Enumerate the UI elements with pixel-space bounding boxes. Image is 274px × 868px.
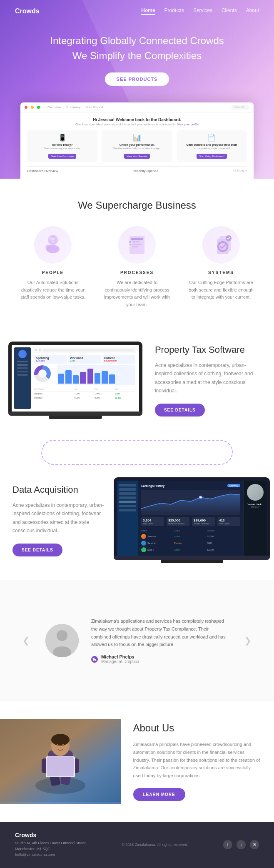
social-twitter-button[interactable]: t — [237, 840, 246, 849]
testimonial-next-button[interactable]: ❯ — [241, 636, 255, 646]
dark-sidebar-item-2 — [119, 488, 136, 491]
dashboard-nav-items: Overview Summary Your Report — [47, 105, 103, 109]
product1-title: Property Tax Software — [155, 344, 262, 355]
footer: Crowds Studio M, 4th Floor8 Lower Ormond… — [0, 822, 274, 868]
laptop-base-1 — [8, 412, 142, 416]
card-title-3: Gain controls and propose new stuff — [180, 143, 244, 146]
product2-section: Data Acquisition Acne specializes in con… — [0, 469, 274, 580]
feature-systems-desc: Our Cutting Edge Platforms are both secu… — [187, 279, 255, 301]
testimonial-section: ❮ Zimalakama's applications and services… — [0, 580, 274, 701]
supercharge-title: We Supercharge Business — [15, 200, 259, 211]
footer-copyright: © 2015 Zimalakama. All rights reserved. — [122, 843, 188, 847]
card-btn-1[interactable]: Start New Campaign — [48, 154, 76, 159]
card-btn-3[interactable]: Start Using Dashboard — [197, 154, 227, 159]
svg-point-23 — [35, 777, 85, 794]
feature-systems-label: SYSTEMS — [187, 270, 255, 275]
card-icon-1: 📱 — [30, 134, 94, 142]
screen-body-1: Spending $24,560 Workload 72% Current — [32, 353, 137, 402]
facebook-icon: f — [227, 843, 229, 847]
svg-point-34 — [62, 744, 65, 746]
window-dot-red — [25, 106, 27, 109]
about-image — [0, 719, 121, 804]
dark-sidebar-item-6 — [119, 509, 136, 511]
about-text: About Us Zimalakama principals have pion… — [133, 714, 274, 809]
footer-info: Crowds Studio M, 4th Floor8 Lower Ormond… — [15, 832, 87, 858]
th-name: Name — [141, 529, 174, 532]
social-email-button[interactable]: ✉ — [250, 840, 259, 849]
dark-laptop: Earnings History Monthly — [110, 477, 274, 563]
dashboard-search: Search... — [231, 105, 249, 110]
svg-rect-30 — [47, 757, 74, 776]
dash-nav-overview: Overview — [47, 105, 61, 109]
hero-cta-button[interactable]: SEE PRODUCTS — [105, 72, 169, 86]
screen-chart-row — [34, 365, 135, 385]
testimonial-avatar — [45, 624, 79, 657]
dashboard-welcome: Hi Jessica! Welcome back to the Dashboar… — [27, 117, 247, 126]
dark-sidebar-item-3 — [119, 492, 136, 495]
product1-text: Property Tax Software Acne specializes i… — [151, 344, 274, 417]
laptop-stand-1 — [49, 416, 102, 419]
testimonial-author: Michael Phelps Manager at Dropbox — [91, 654, 229, 664]
dashboard-card-1: 📱 All files ready? Start processing your… — [27, 130, 97, 162]
card-title-1: All files ready? — [30, 143, 94, 146]
dashboard-bottom-left: Dashboard Overview — [27, 169, 58, 173]
window-dot-green — [37, 106, 40, 109]
nav-link-products[interactable]: Products — [164, 7, 184, 15]
feature-processes-icon-wrap — [118, 226, 156, 264]
bar-6 — [95, 373, 100, 384]
dark-screen-wrap: Earnings History Monthly — [114, 477, 270, 556]
email-icon: ✉ — [253, 843, 256, 847]
social-facebook-button[interactable]: f — [223, 840, 232, 849]
testimonial-author-info: Michael Phelps Manager at Dropbox — [101, 654, 139, 664]
hero-dashboard-preview: Overview Summary Your Report Search... H… — [20, 102, 254, 179]
dashboard-card-2: 📊 Check your performance. See the result… — [102, 130, 172, 162]
feature-processes-desc: We are dedicated to continuously identif… — [103, 279, 171, 308]
nav-link-services[interactable]: Services — [193, 7, 212, 15]
about-learn-more-button[interactable]: LEARN MORE — [133, 788, 185, 801]
bar-5 — [87, 369, 93, 384]
earnings-chart — [141, 490, 240, 515]
th-amount: Amount — [207, 529, 240, 532]
user-amount-2: $980 — [207, 542, 240, 544]
user-name-2: Sarah M. — [147, 542, 174, 544]
user-avatar-3 — [141, 547, 146, 552]
dash-nav-summary: Summary — [66, 105, 80, 109]
screen-stat-2: Workload 72% — [68, 355, 101, 364]
laptop-outer-1: Spending $24,560 Workload 72% Current — [0, 342, 151, 419]
window-dot-yellow — [31, 106, 34, 109]
dark-table-header: Name Status Amount — [141, 529, 240, 533]
footer-email: hello@zimalakama.com — [15, 852, 87, 858]
user-status-3: Active — [174, 549, 207, 551]
dark-chart-title: Earnings History — [141, 484, 164, 487]
testimonial-content: Zimalakama's applications and services h… — [91, 617, 229, 664]
svg-point-20 — [57, 630, 67, 641]
product1-btn[interactable]: SEE DETAILS — [155, 404, 205, 417]
feature-people-label: PEOPLE — [19, 270, 87, 275]
dark-laptop-base — [114, 556, 270, 560]
footer-address-line1: Studio M, 4th Floor8 Lower Ormond Street… — [15, 840, 87, 846]
screen-main-1: Spending $24,560 Workload 72% Current — [32, 347, 137, 409]
product2-title: Data Acquisition — [12, 484, 105, 495]
nav-logo[interactable]: Crowds — [15, 7, 40, 15]
laptop-screen-1: Spending $24,560 Workload 72% Current — [12, 345, 139, 412]
card-text-3: for the solution you is connected! — [180, 147, 244, 150]
nav-link-home[interactable]: Home — [141, 7, 155, 15]
dashboard-bottom-right: Recently Opened — [132, 169, 158, 173]
feature-processes-label: PROCESSES — [103, 270, 171, 275]
bar-chart-wrap — [57, 365, 135, 385]
about-desc: Zimalakama principals have pioneered cro… — [133, 741, 262, 779]
product1-section: Spending $24,560 Workload 72% Current — [0, 325, 274, 436]
screen-table-1: Key Terms Jan Feb Mar Analytics 1,200 1,… — [34, 387, 135, 400]
testimonial-prev-button[interactable]: ❮ — [19, 636, 33, 646]
product2-btn[interactable]: SEE DETAILS — [12, 544, 62, 556]
donut-chart — [34, 365, 51, 382]
card-btn-2[interactable]: View Your Reports — [124, 154, 149, 159]
dashboard-card-3: 📄 Gain controls and propose new stuff fo… — [177, 130, 247, 162]
supercharge-section: We Supercharge Business PEOPLE Our Autom… — [0, 179, 274, 325]
dark-sidebar-item-4 — [119, 496, 136, 499]
user-amount-3: $2,100 — [207, 549, 240, 551]
nav-link-about[interactable]: About — [246, 7, 259, 15]
about-title: About Us — [133, 722, 262, 734]
nav-link-clients[interactable]: Clients — [222, 7, 237, 15]
bar-8 — [109, 374, 115, 384]
